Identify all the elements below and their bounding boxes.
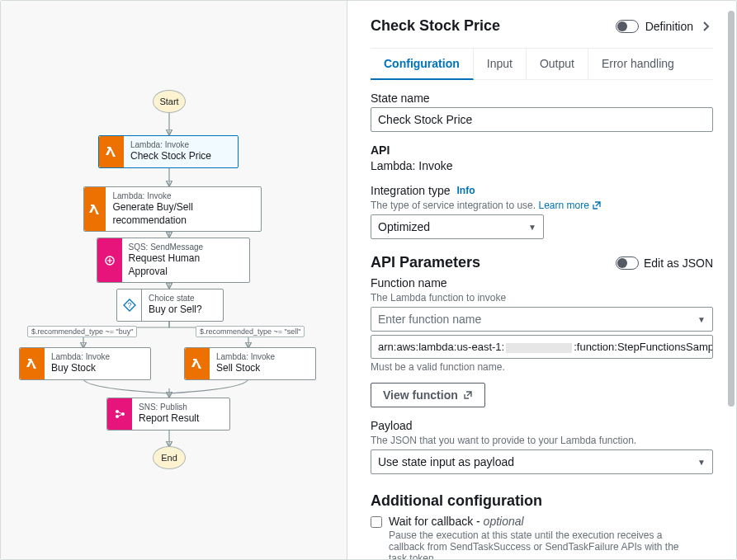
function-name-validation: Must be a valid function name. [371,361,713,373]
lambda-icon [84,187,106,231]
lambda-icon [185,348,210,379]
payload-value: Use state input as payload [378,455,514,468]
edit-as-json-label: Edit as JSON [644,256,713,270]
state-service-label: Lambda: Invoke [216,352,275,362]
edit-as-json-toggle[interactable] [616,256,639,270]
panel-title: Check Stock Price [371,17,500,35]
definition-label: Definition [645,20,693,33]
integration-type-label: Integration type [371,184,451,197]
state-title: Buy or Sell? [149,304,202,317]
expand-panel-icon[interactable] [700,20,713,33]
chevron-down-icon: ▼ [528,223,536,232]
state-request-human-approval[interactable]: SQS: SendMessageRequest Human Approval [97,238,250,283]
wait-for-callback-checkbox[interactable] [371,516,382,528]
function-name-select[interactable]: Enter function name ▼ [371,307,713,332]
tab-error-handling[interactable]: Error handling [588,49,687,79]
api-value: Lambda: Invoke [371,159,713,172]
definition-toggle[interactable] [616,20,639,33]
svg-point-10 [121,412,125,416]
state-service-label: Lambda: Invoke [51,352,110,362]
lambda-icon [20,348,45,379]
function-name-label: Function name [371,276,713,289]
choice-icon: ? [117,289,142,321]
redacted-account-id [506,343,572,353]
state-title: Check Stock Price [130,150,211,163]
integration-type-help: The type of service integration to use. … [371,200,713,211]
function-arn-input[interactable]: arn:aws:lambda:us-east-1::function:StepF… [371,335,713,359]
tab-output[interactable]: Output [527,49,588,79]
state-sell-stock[interactable]: Lambda: InvokeSell Stock [184,347,316,380]
state-generate-recommendation[interactable]: Lambda: InvokeGenerate Buy/Sell recommen… [83,186,262,232]
state-title: Sell Stock [216,362,275,375]
sqs-icon [97,238,122,282]
tab-configuration[interactable]: Configuration [371,49,474,80]
scrollbar-thumb[interactable] [728,11,735,407]
api-label: API [371,144,713,157]
additional-config-heading: Additional configuration [371,492,542,510]
state-service-label: SNS: Publish [139,402,199,412]
choice-condition-buy[interactable]: $.recommended_type ~= "buy" [27,326,137,337]
state-buy-or-sell-choice[interactable]: ? Choice stateBuy or Sell? [116,289,224,322]
payload-help: The JSON that you want to provide to you… [371,435,713,446]
sns-icon [107,398,132,430]
choice-condition-sell[interactable]: $.recommended_type ~= "sell" [196,326,305,337]
start-label: Start [159,96,178,106]
external-link-icon [592,200,602,210]
api-parameters-heading: API Parameters [371,254,480,271]
function-name-help: The Lambda function to invoke [371,292,713,304]
end-label: End [161,453,177,463]
panel-tabs: Configuration Input Output Error handlin… [371,48,713,80]
workflow-canvas[interactable]: Start Lambda: InvokeCheck Stock Price La… [1,1,347,559]
view-function-button[interactable]: View function [371,383,485,407]
view-function-label: View function [383,388,458,402]
state-service-label: Choice state [149,294,202,304]
inspector-panel: Check Stock Price Definition Configurati… [347,1,736,559]
end-node[interactable]: End [153,446,186,469]
wait-for-callback-label: Wait for callback - optional [389,515,686,528]
start-node[interactable]: Start [153,90,186,113]
chevron-down-icon: ▼ [697,315,706,324]
integration-type-value: Optimized [378,220,430,233]
payload-label: Payload [371,419,713,432]
state-service-label: SQS: SendMessage [129,242,240,252]
state-report-result[interactable]: SNS: PublishReport Result [106,398,230,431]
svg-point-9 [116,415,119,418]
integration-type-select[interactable]: Optimized ▼ [371,214,544,239]
svg-point-8 [116,410,119,413]
state-name-label: State name [371,92,713,105]
state-title: Generate Buy/Sell recommendation [112,201,251,227]
state-buy-stock[interactable]: Lambda: InvokeBuy Stock [19,347,151,380]
state-name-input[interactable] [371,107,713,132]
state-service-label: Lambda: Invoke [130,140,211,150]
svg-text:?: ? [127,301,131,309]
state-title: Report Result [139,412,199,426]
tab-input[interactable]: Input [474,49,527,79]
wait-for-callback-description: Pause the execution at this state until … [389,529,686,559]
payload-select[interactable]: Use state input as payload ▼ [371,449,713,474]
state-check-stock-price[interactable]: Lambda: InvokeCheck Stock Price [98,135,239,168]
function-name-placeholder: Enter function name [378,313,481,326]
external-link-icon [463,390,473,400]
chevron-down-icon: ▼ [697,458,706,467]
state-title: Buy Stock [51,362,110,375]
integration-type-info-link[interactable]: Info [457,185,475,196]
lambda-icon [99,136,124,167]
state-title: Request Human Approval [129,252,240,278]
state-service-label: Lambda: Invoke [112,191,251,201]
learn-more-link[interactable]: Learn more [538,200,601,211]
